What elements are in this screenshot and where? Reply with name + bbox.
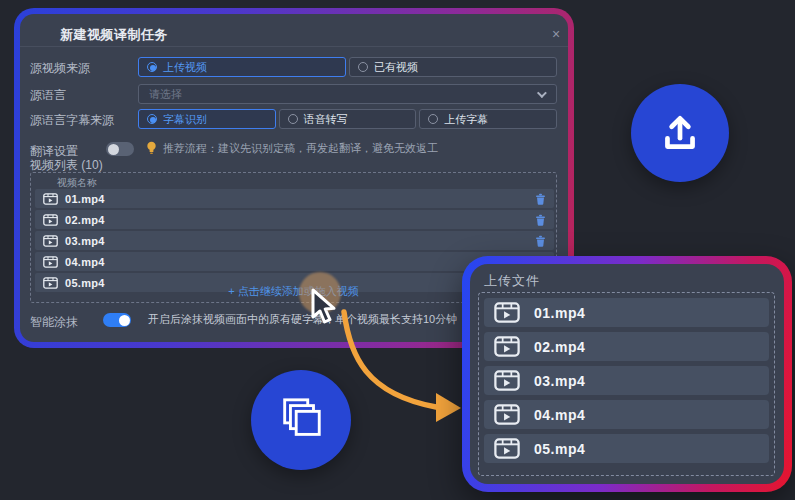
subtitle-source-option[interactable]: 上传字幕 — [419, 109, 557, 129]
delete-icon[interactable] — [535, 193, 546, 205]
video-file-icon — [43, 193, 58, 205]
subtitle-source-options: 字幕识别语音转写上传字幕 — [138, 109, 557, 129]
radio-icon — [428, 114, 438, 124]
smart-smudge-desc: 开启后涂抹视频画面中的原有硬字幕，单个视频最长支持10分钟 — [148, 312, 457, 327]
upload-action-button[interactable] — [631, 84, 729, 182]
video-file-icon — [43, 214, 58, 226]
subtitle-source-option-label: 字幕识别 — [163, 112, 207, 127]
source-language-select[interactable]: 请选择 — [138, 84, 557, 104]
smart-smudge-label: 智能涂抹 — [30, 314, 78, 331]
copy-stack-icon — [277, 396, 325, 444]
radio-icon — [358, 62, 368, 72]
hint-text: 推荐流程：建议先识别定稿，再发起翻译，避免无效返工 — [163, 141, 438, 156]
title-divider — [20, 46, 568, 47]
upload-file-row: 03.mp4 — [484, 366, 769, 395]
subtitle-source-option[interactable]: 语音转写 — [279, 109, 417, 129]
subtitle-source-option-label: 语音转写 — [304, 112, 348, 127]
delete-icon[interactable] — [535, 235, 546, 247]
smart-smudge-toggle[interactable] — [103, 313, 131, 327]
close-icon[interactable]: × — [547, 25, 565, 43]
video-file-icon — [494, 336, 520, 357]
popup-title: 上传文件 — [484, 272, 540, 290]
upload-file-row: 01.mp4 — [484, 298, 769, 327]
source-video-option-label: 上传视频 — [163, 60, 207, 75]
upload-file-name: 04.mp4 — [534, 407, 585, 423]
dialog-title: 新建视频译制任务 — [60, 26, 168, 44]
upload-file-row: 05.mp4 — [484, 434, 769, 463]
upload-files-popup-gradient-frame: 上传文件 01.mp4 02.mp4 03.mp4 04.mp4 05.mp — [462, 256, 792, 492]
video-file-name: 03.mp4 — [65, 235, 105, 247]
video-file-icon — [494, 302, 520, 323]
radio-icon — [147, 114, 157, 124]
video-file-icon — [43, 235, 58, 247]
click-highlight — [299, 272, 341, 314]
source-video-option-label: 已有视频 — [374, 60, 418, 75]
video-row: 03.mp4 — [35, 231, 554, 250]
radio-icon — [147, 62, 157, 72]
source-video-label: 源视频来源 — [30, 60, 90, 77]
lightbulb-icon — [146, 141, 157, 156]
video-file-name: 01.mp4 — [65, 193, 105, 205]
video-row: 01.mp4 — [35, 189, 554, 208]
video-file-icon — [494, 370, 520, 391]
video-file-name: 02.mp4 — [65, 214, 105, 226]
video-file-name: 04.mp4 — [65, 256, 105, 268]
video-file-icon — [494, 404, 520, 425]
source-video-option[interactable]: 已有视频 — [349, 57, 557, 77]
upload-icon — [657, 110, 703, 156]
upload-drop-area[interactable]: 01.mp4 02.mp4 03.mp4 04.mp4 05.mp4 — [478, 292, 775, 476]
upload-file-name: 01.mp4 — [534, 305, 585, 321]
video-row: 02.mp4 — [35, 210, 554, 229]
upload-file-row: 02.mp4 — [484, 332, 769, 361]
column-header-video-name: 视频名称 — [57, 176, 97, 190]
upload-file-row: 04.mp4 — [484, 400, 769, 429]
app-screen: 新建视频译制任务 × 源视频来源 上传视频已有视频 源语言 请选择 源语言字幕来… — [0, 0, 795, 500]
delete-icon[interactable] — [535, 214, 546, 226]
subtitle-source-option[interactable]: 字幕识别 — [138, 109, 276, 129]
upload-file-name: 05.mp4 — [534, 441, 585, 457]
source-language-label: 源语言 — [30, 87, 66, 104]
chevron-down-icon — [537, 88, 547, 98]
upload-file-name: 02.mp4 — [534, 339, 585, 355]
subtitle-source-option-label: 上传字幕 — [444, 112, 488, 127]
radio-icon — [288, 114, 298, 124]
source-video-options: 上传视频已有视频 — [138, 57, 557, 77]
video-file-icon — [43, 256, 58, 268]
batch-copy-button[interactable] — [251, 370, 351, 470]
subtitle-source-label: 源语言字幕来源 — [30, 112, 114, 129]
upload-files-popup: 上传文件 01.mp4 02.mp4 03.mp4 04.mp4 05.mp — [470, 264, 784, 484]
source-video-option[interactable]: 上传视频 — [138, 57, 346, 77]
video-file-icon — [494, 438, 520, 459]
translate-hint: 推荐流程：建议先识别定稿，再发起翻译，避免无效返工 — [146, 141, 438, 156]
smudge-desc-text: 开启后涂抹视频画面中的原有硬字幕，单个视频最长支持10分钟 — [148, 312, 457, 327]
select-placeholder: 请选择 — [149, 87, 182, 102]
upload-file-name: 03.mp4 — [534, 373, 585, 389]
translate-toggle[interactable] — [106, 142, 134, 156]
